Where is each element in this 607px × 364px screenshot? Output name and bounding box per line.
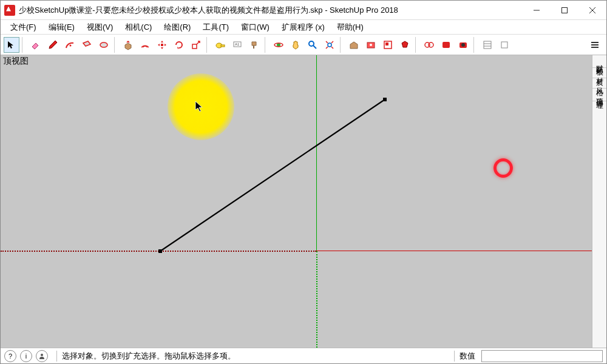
toolbar-separator [114, 37, 118, 53]
measurement-input[interactable] [481, 350, 603, 362]
extension-warehouse-button[interactable] [363, 37, 379, 53]
menubar: 文件(F) 编辑(E) 视图(V) 相机(C) 绘图(R) 工具(T) 窗口(W… [1, 20, 606, 35]
svg-rect-7 [192, 44, 197, 49]
window-title: 少校SketchUp微课堂-只要您未经少校授权或少校本人获取的视频文件都是盗用行… [19, 5, 523, 16]
menu-camera[interactable]: 相机(C) [119, 21, 158, 34]
pencil-tool-button[interactable] [45, 37, 61, 53]
warehouse-button[interactable] [346, 37, 362, 53]
move-tool-button[interactable] [154, 37, 170, 53]
user-icon[interactable] [36, 350, 48, 362]
layout-button[interactable] [380, 37, 396, 53]
svg-point-5 [100, 42, 107, 47]
toolbar: A1 [1, 35, 606, 55]
help-icon[interactable]: ? [4, 350, 16, 362]
measurement-label: 数值 [459, 351, 478, 362]
svg-point-18 [370, 44, 372, 46]
status-divider [454, 351, 455, 362]
tray-panel: 默认面板 材质 风格 项目管理 [592, 55, 606, 348]
info-icon[interactable]: i [20, 350, 32, 362]
menu-view[interactable]: 视图(V) [81, 21, 119, 34]
window-controls [523, 1, 606, 19]
tray-materials[interactable]: 材质 [592, 68, 606, 78]
titlebar: 少校SketchUp微课堂-只要您未经少校授权或少校本人获取的视频文件都是盗用行… [1, 1, 606, 20]
menu-extensions[interactable]: 扩展程序 (x) [276, 21, 331, 34]
workarea: 顶视图 默认面板 材质 风格 项目管理 [1, 55, 606, 348]
text-tool-button[interactable]: A1 [229, 37, 245, 53]
menu-tools[interactable]: 工具(T) [197, 21, 235, 34]
paint-tool-button[interactable] [246, 37, 262, 53]
maximize-button[interactable] [551, 1, 578, 19]
toolbar-separator [265, 37, 268, 53]
svg-point-35 [41, 354, 43, 356]
menu-help[interactable]: 帮助(H) [331, 21, 370, 34]
menu-draw[interactable]: 绘图(R) [158, 21, 197, 34]
tray-default[interactable]: 默认面板 [592, 55, 606, 68]
menu-edit[interactable]: 编辑(E) [42, 21, 81, 34]
tape-tool-button[interactable] [212, 37, 228, 53]
pan-tool-button[interactable] [288, 37, 304, 53]
tray-project[interactable]: 项目管理 [592, 89, 606, 101]
svg-rect-6 [161, 44, 163, 46]
svg-point-24 [461, 43, 465, 47]
app-logo-icon [4, 5, 15, 16]
app-window: 少校SketchUp微课堂-只要您未经少校授权或少校本人获取的视频文件都是盗用行… [0, 0, 607, 364]
toolbar-separator [22, 37, 25, 53]
menu-window[interactable]: 窗口(W) [235, 21, 276, 34]
toolbar-separator [415, 37, 419, 53]
marker-circle-icon [493, 158, 513, 178]
status-divider [56, 351, 57, 362]
svg-point-14 [309, 41, 314, 46]
tray-toggle-button[interactable] [586, 36, 604, 54]
circle-tool-button[interactable] [96, 37, 112, 53]
statusbar: ? i 选择对象。切换到扩充选择。拖动鼠标选择多项。 数值 [1, 348, 606, 363]
svg-text:A1: A1 [235, 42, 240, 46]
plugin-button-2[interactable] [438, 37, 454, 53]
svg-rect-25 [484, 41, 491, 49]
cursor-icon [195, 101, 205, 113]
zoom-tool-button[interactable] [305, 37, 320, 53]
svg-point-12 [277, 43, 280, 47]
plugin-button-3[interactable] [455, 37, 471, 53]
viewport[interactable]: 顶视图 [1, 55, 592, 348]
rotate-tool-button[interactable] [171, 37, 187, 53]
tray-styles[interactable]: 风格 [592, 78, 606, 89]
scale-tool-button[interactable] [188, 37, 204, 53]
minimize-button[interactable] [523, 1, 551, 19]
zoom-extents-tool-button[interactable] [322, 37, 337, 53]
svg-rect-1 [562, 7, 568, 13]
svg-point-22 [429, 42, 433, 47]
toolbar-separator [340, 37, 344, 53]
offset-tool-button[interactable] [137, 37, 153, 53]
rect-tool-button[interactable] [79, 37, 95, 53]
drawn-edge[interactable] [157, 96, 413, 254]
arc-tool-button[interactable] [62, 37, 78, 53]
svg-point-4 [70, 44, 72, 46]
plugin-button-1[interactable] [421, 37, 437, 53]
svg-rect-33 [158, 249, 162, 253]
menu-file[interactable]: 文件(F) [4, 21, 42, 34]
svg-line-32 [160, 99, 385, 251]
svg-rect-9 [221, 45, 225, 47]
ruby-button[interactable] [397, 37, 413, 53]
svg-rect-20 [385, 42, 388, 46]
toolbar-separator [206, 37, 210, 53]
toolbar-separator [473, 37, 477, 53]
svg-point-16 [328, 43, 331, 47]
axis-green-negative [316, 251, 317, 348]
close-button[interactable] [578, 1, 606, 19]
orbit-tool-button[interactable] [271, 37, 287, 53]
eraser-tool-button[interactable] [28, 37, 44, 53]
status-hint: 选择对象。切换到扩充选择。拖动鼠标选择多项。 [62, 351, 449, 362]
select-tool-button[interactable] [4, 37, 19, 53]
svg-rect-34 [383, 98, 387, 101]
svg-line-15 [313, 46, 316, 49]
svg-rect-28 [501, 42, 507, 48]
plugin-button-4[interactable] [480, 37, 495, 53]
plugin-button-5[interactable] [497, 37, 512, 53]
view-label: 顶视图 [1, 55, 31, 67]
pushpull-tool-button[interactable] [120, 37, 136, 53]
